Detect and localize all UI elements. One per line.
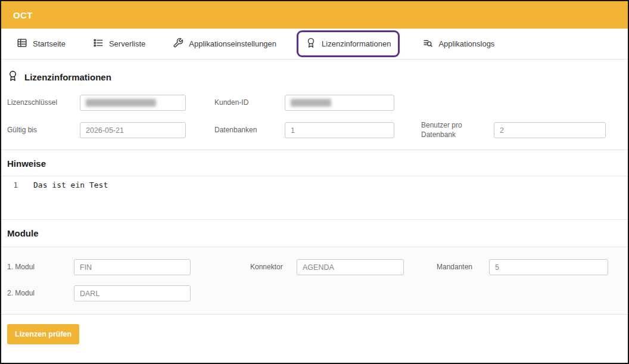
hinweise-editor[interactable]: 1 Das ist ein Test — [1, 176, 628, 220]
app-window: OCT Startseite Serverliste Applikationse… — [0, 0, 629, 364]
hinweise-text: Das ist ein Test — [25, 181, 108, 189]
award-icon — [7, 70, 18, 84]
award-icon — [306, 38, 316, 50]
title-bar: OCT — [1, 1, 628, 29]
konnektor-input[interactable]: AGENDA — [297, 259, 404, 275]
tab-label: Serverliste — [109, 39, 145, 48]
tab-label: Applikationslogs — [438, 39, 494, 48]
module-row-2: 2. Modul DARL — [7, 285, 622, 301]
tab-serverliste[interactable]: Serverliste — [86, 32, 152, 55]
tab-label: Lizenzinformationen — [322, 39, 391, 48]
tab-applikationseinstellungen[interactable]: Applikationseinstellungen — [166, 32, 284, 55]
module-section-title: Module — [1, 220, 628, 245]
kunden-id-input[interactable] — [285, 95, 394, 111]
wrench-icon — [173, 38, 183, 50]
lizenzschluessel-label: Lizenzschlüssel — [7, 98, 80, 108]
list-icon — [93, 38, 104, 50]
datenbanken-input[interactable]: 1 — [285, 122, 394, 138]
license-section-title: Lizenzinformationen — [24, 72, 111, 82]
tab-label: Startseite — [33, 39, 66, 48]
module-form: 1. Modul FIN Konnektor AGENDA Mandanten … — [1, 247, 628, 315]
line-number: 1 — [1, 181, 25, 189]
benutzer-pro-datenbank-label: Benutzer pro Datenbank — [421, 121, 494, 139]
tab-applikationslogs[interactable]: Applikationslogs — [415, 32, 502, 55]
actions-bar: Lizenzen prüfen — [1, 315, 628, 354]
license-form: Lizenzschlüssel Kunden-ID Gültig bis 202… — [1, 91, 628, 139]
module-row-1: 1. Modul FIN Konnektor AGENDA Mandanten … — [7, 259, 622, 275]
app-title: OCT — [13, 10, 33, 20]
modul2-input[interactable]: DARL — [74, 285, 191, 301]
kunden-id-label: Kunden-ID — [214, 98, 285, 108]
table-icon — [17, 38, 27, 50]
mandanten-input[interactable]: 5 — [489, 259, 608, 275]
modul1-label: 1. Modul — [7, 263, 74, 272]
konnektor-label: Konnektor — [250, 263, 297, 272]
lizenzschluessel-input[interactable] — [80, 95, 186, 111]
hinweise-section-title: Hinweise — [1, 150, 628, 176]
tab-lizenzinformationen[interactable]: Lizenzinformationen — [297, 30, 400, 57]
license-section-header: Lizenzinformationen — [1, 60, 628, 91]
benutzer-pro-datenbank-input[interactable]: 2 — [494, 122, 606, 138]
main-content: Lizenzinformationen Lizenzschlüssel Kund… — [1, 60, 628, 354]
redacted-value — [291, 99, 331, 107]
gueltig-bis-label: Gültig bis — [7, 126, 80, 135]
modul1-input[interactable]: FIN — [74, 259, 191, 275]
license-row-1: Lizenzschlüssel Kunden-ID — [7, 95, 622, 111]
gueltig-bis-input[interactable]: 2026-05-21 — [80, 122, 186, 138]
nav-tabs: Startseite Serverliste Applikationseinst… — [1, 29, 628, 60]
license-row-2: Gültig bis 2026-05-21 Datenbanken 1 Benu… — [7, 121, 622, 139]
check-licenses-button[interactable]: Lizenzen prüfen — [7, 324, 79, 344]
datenbanken-label: Datenbanken — [214, 126, 285, 135]
mandanten-label: Mandanten — [437, 263, 489, 272]
tab-label: Applikationseinstellungen — [189, 39, 276, 48]
redacted-value — [86, 99, 156, 107]
modul2-label: 2. Modul — [7, 289, 74, 298]
tab-startseite[interactable]: Startseite — [10, 32, 73, 55]
log-search-icon — [422, 38, 433, 50]
